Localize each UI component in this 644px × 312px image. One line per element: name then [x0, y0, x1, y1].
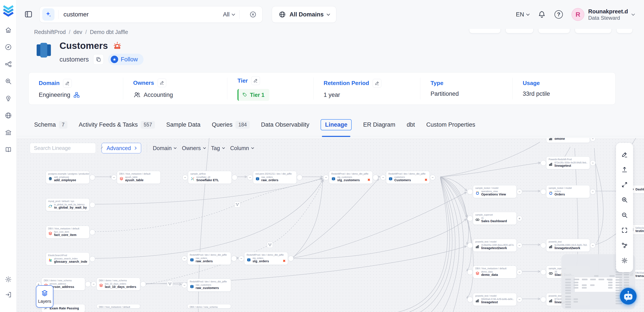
lineage-tool-relayout[interactable] — [620, 241, 629, 250]
sidebar-item-web[interactable] — [4, 112, 12, 119]
sidebar-item-workflows[interactable] — [4, 61, 12, 68]
expand-downstream-connector[interactable]: + — [517, 216, 522, 221]
edit-icon[interactable] — [63, 79, 72, 88]
expand-upstream-connector[interactable] — [540, 269, 546, 275]
lineage-node-lineagetest2work[interactable]: powerbi_test / model314bd25e-339f-4bea-8… — [473, 239, 517, 252]
tab-queries[interactable]: Queries184 — [212, 121, 250, 129]
sidebar-item-settings[interactable] — [4, 276, 12, 283]
sidebar-toggle-icon[interactable] — [24, 10, 33, 19]
filter-domain[interactable]: Domain — [153, 145, 176, 151]
lineage-node-omone[interactable]: omone− — [546, 138, 590, 143]
filter-column[interactable]: Column — [230, 145, 254, 151]
expand-downstream-connector[interactable] — [231, 256, 237, 261]
lineage-search-input[interactable] — [34, 145, 102, 151]
search-scope-dropdown[interactable]: All — [223, 11, 234, 18]
global-search-bar[interactable]: All — [40, 6, 262, 23]
expand-upstream-connector[interactable]: − — [182, 175, 188, 180]
expand-downstream-connector[interactable] — [140, 281, 146, 287]
sidebar-item-glossary[interactable] — [4, 146, 12, 153]
all-domains-dropdown[interactable]: All Domains — [272, 6, 336, 23]
notifications-bell-icon[interactable] — [538, 11, 546, 19]
expand-upstream-connector[interactable]: − — [111, 175, 117, 180]
lineage-node-orders[interactable]: sample_looker / modelordersOrders− — [546, 185, 590, 198]
search-input[interactable] — [64, 11, 223, 18]
expand-downstream-connector[interactable]: − — [517, 297, 522, 302]
lineage-process-icon[interactable] — [234, 202, 240, 208]
lineage-node-raw-customers[interactable]: RedshiftProd / dev / demo_dbt_jaffleraw_… — [187, 279, 231, 292]
lineage-canvas[interactable]: Advanced Domain Owners Tag Column postgr… — [17, 138, 644, 312]
tier-badge[interactable]: Tier 1 — [238, 89, 269, 101]
help-icon[interactable]: ? — [554, 10, 563, 19]
alert-siren-icon[interactable] — [113, 41, 122, 50]
expand-upstream-connector[interactable]: − — [247, 175, 253, 180]
lineage-process-icon[interactable] — [167, 281, 173, 287]
lineage-node-stg-orders[interactable]: RedshiftProd / dev / demo_dbt_jafflestg_… — [244, 252, 288, 265]
copy-icon[interactable] — [93, 54, 104, 65]
lineage-node-stg-customers[interactable]: RedshiftProd / dev / demo_dbt_jafflestg_… — [329, 171, 373, 184]
lineage-tool-zoom-out[interactable] — [620, 211, 629, 220]
expand-downstream-connector[interactable]: − — [590, 160, 596, 166]
tab-er-diagram[interactable]: ER Diagram — [363, 121, 395, 128]
expand-upstream-connector[interactable] — [540, 189, 546, 195]
breadcrumb-connection[interactable]: RedshiftProd — [34, 29, 66, 35]
sidebar-item-home[interactable] — [4, 26, 12, 34]
edit-icon[interactable] — [373, 79, 382, 88]
expand-downstream-connector[interactable] — [90, 202, 95, 208]
expand-downstream-connector[interactable] — [90, 229, 95, 235]
lineage-tool-zoom-in[interactable] — [620, 195, 629, 204]
layers-button[interactable]: Layers — [36, 285, 54, 307]
lineage-node-io-global-by-wait-by-late-[interactable]: mysql_prod / default / sysio_global_by_w… — [46, 198, 90, 211]
lineage-node-dbx-hive-metastore-default[interactable]: DBX / hive_metastore / default — [96, 304, 140, 308]
expand-upstream-connector[interactable]: − — [238, 256, 244, 261]
lineage-node-lineagetest[interactable]: powerbi_test / modelf4fd30a6-57d6-4cf9-b… — [473, 293, 517, 306]
expand-upstream-connector[interactable]: − — [182, 256, 187, 261]
expand-downstream-connector[interactable] — [232, 175, 238, 180]
sidebar-item-governance[interactable] — [4, 129, 12, 136]
lineage-node-fact-core-item[interactable]: DBX / hive_metastore / defaultfact_core_… — [46, 226, 90, 239]
lineage-tool-fullscreen[interactable] — [620, 226, 629, 235]
expand-downstream-connector[interactable]: − — [590, 189, 596, 195]
expand-upstream-connector[interactable]: − — [380, 175, 386, 180]
domain-label[interactable]: Domain — [39, 80, 60, 87]
expand-upstream-connector[interactable] — [540, 160, 546, 166]
tier-label[interactable]: Tier — [238, 77, 248, 84]
lineage-tool-edit[interactable] — [620, 150, 629, 159]
tab-schema[interactable]: Schema7 — [34, 121, 68, 129]
expand-upstream-connector[interactable]: − — [323, 175, 329, 180]
expand-upstream-connector[interactable]: − — [91, 281, 96, 287]
usage-label[interactable]: Usage — [523, 80, 540, 87]
lineage-node-lineagetest2work[interactable]: powerbi_test5c2bd38b-6980-44c5-9a81-7b3.… — [546, 239, 590, 252]
expand-upstream-connector[interactable] — [467, 216, 473, 221]
expand-upstream-connector[interactable] — [467, 243, 473, 248]
expand-downstream-connector[interactable] — [90, 175, 95, 180]
expand-downstream-connector[interactable] — [90, 256, 95, 262]
expand-downstream-connector[interactable]: − — [430, 175, 436, 180]
tab-dbt[interactable]: dbt — [407, 121, 415, 128]
tab-activity-feeds[interactable]: Activity Feeds & Tasks557 — [79, 121, 155, 129]
sidebar-item-insights[interactable] — [4, 95, 12, 102]
expand-downstream-connector[interactable]: − — [517, 269, 522, 275]
expand-downstream-connector[interactable] — [288, 256, 294, 261]
lineage-node-sales-dashboard[interactable]: sample_superset31Sales Dashboard+ — [473, 212, 517, 225]
lineage-node-add-employee[interactable]: postgres-example / postgres / production… — [46, 171, 90, 184]
filter-tag[interactable]: Tag — [211, 145, 224, 151]
lineage-search[interactable] — [30, 143, 96, 153]
expand-downstream-connector[interactable]: − — [590, 243, 596, 248]
sidebar-item-explore[interactable] — [4, 43, 12, 51]
tab-custom-properties[interactable]: Custom Properties — [426, 121, 475, 128]
edit-icon[interactable] — [158, 78, 166, 87]
lineage-process-icon[interactable] — [267, 242, 273, 248]
minimap-viewport[interactable] — [575, 277, 619, 292]
expand-upstream-connector[interactable] — [467, 297, 473, 302]
expand-downstream-connector[interactable] — [85, 281, 91, 287]
owners-label[interactable]: Owners — [133, 80, 154, 86]
tab-lineage[interactable]: Lineage — [320, 119, 352, 130]
language-dropdown[interactable]: EN — [516, 11, 529, 18]
sidebar-item-discover[interactable] — [4, 78, 12, 85]
tab-data-observability[interactable]: Data Observability — [261, 121, 310, 128]
breadcrumb-schema[interactable]: Demo dbt Jaffle — [90, 29, 128, 35]
follow-button[interactable]: ★ Follow — [108, 54, 144, 65]
lineage-tool-export[interactable] — [620, 165, 629, 174]
tab-sample-data[interactable]: Sample Data — [166, 121, 200, 128]
filter-owners[interactable]: Owners — [182, 145, 205, 151]
